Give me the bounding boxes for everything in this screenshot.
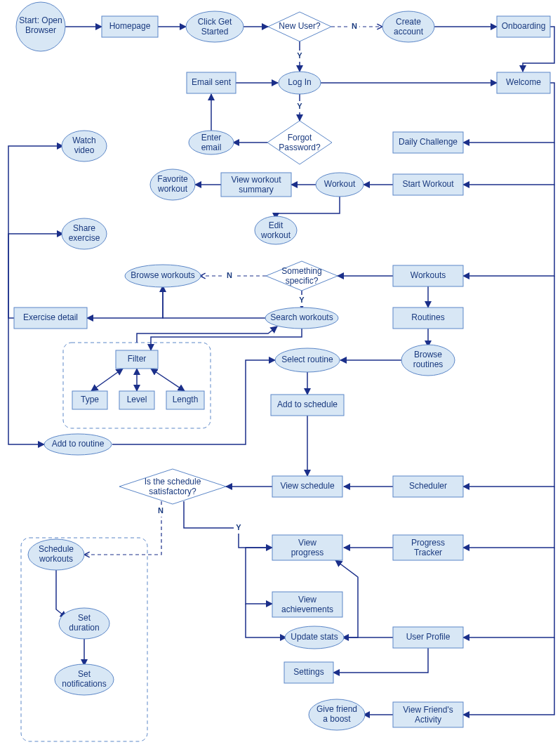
label-y-3: Y — [299, 296, 305, 304]
text-sat-l1: Is the schedule — [145, 477, 201, 487]
text-summary-l2: summary — [239, 185, 273, 194]
text-homepage: Homepage — [109, 21, 151, 31]
edge-filter-search — [137, 326, 277, 343]
label-n-1: N — [352, 22, 357, 30]
label-y-4: Y — [236, 523, 241, 531]
text-user-profile: User Profile — [406, 632, 451, 642]
text-exercise-detail: Exercise detail — [23, 312, 78, 322]
text-email-sent: Email sent — [192, 77, 232, 87]
edge-viewprog-viewach — [246, 548, 272, 604]
text-type: Type — [81, 395, 99, 404]
text-sat-l2: satisfactory? — [149, 487, 196, 496]
edge-schedwk-setdur — [56, 570, 67, 618]
text-viewprog-l2: progress — [291, 548, 324, 557]
text-add-to-routine: Add to routine — [52, 439, 105, 449]
edge-filter-type — [91, 369, 123, 391]
text-viewach-l2: achievements — [281, 604, 333, 614]
text-start-workout: Start Workout — [402, 179, 454, 189]
text-summary-l1: View workout — [231, 175, 281, 185]
edge-welcome-workouts — [463, 185, 554, 276]
text-click-get-started: Click GetStarted — [198, 17, 232, 37]
edge-welcome-startworkout — [463, 143, 554, 185]
text-setdur-l2: duration — [69, 623, 99, 633]
label-n-3: N — [158, 506, 164, 515]
text-friends-l1: View Friend's — [403, 705, 453, 715]
text-browse-routines-l1: Browse — [414, 350, 442, 359]
text-new-user: New User? — [279, 21, 321, 31]
label-y-2: Y — [297, 102, 302, 110]
edge-welcome-friendsactivity — [463, 637, 554, 715]
text-setnotif-l2: notifications — [62, 679, 106, 689]
text-schedwk-l2: workouts — [39, 554, 73, 564]
flowchart-diagram: N Y Y N Y N Y Start: OpenBrowser Homepag… — [0, 0, 560, 747]
text-specific-l1: Something — [281, 266, 321, 276]
label-n-2: N — [227, 271, 232, 279]
edge-sat-scheduleworkouts — [84, 501, 161, 555]
edge-userprofile-settings — [333, 648, 428, 673]
text-watch-l1: Watch — [72, 135, 96, 145]
text-setnotif-l1: Set — [78, 669, 91, 679]
text-browse-workouts: Browse workouts — [131, 270, 194, 280]
text-select-routine: Select routine — [281, 355, 333, 364]
text-create-account: Createaccount — [394, 17, 424, 37]
text-share-l1: Share — [73, 223, 95, 233]
text-share-l2: exercise — [69, 233, 100, 243]
text-log-in: Log In — [288, 77, 311, 87]
text-welcome: Welcome — [506, 77, 541, 87]
text-filter: Filter — [128, 354, 147, 364]
text-specific-l2: specific? — [286, 276, 319, 286]
edge-welcome-progresstracker — [463, 487, 554, 548]
edge-exdetail-addroutine — [8, 318, 44, 444]
text-watch-l2: video — [74, 145, 95, 155]
text-workouts: Workouts — [411, 270, 446, 280]
text-edit-l2: workout — [260, 230, 291, 240]
text-view-schedule: View schedule — [280, 481, 334, 491]
text-onboarding: Onboarding — [502, 21, 546, 31]
edge-welcome-userprofile — [463, 548, 554, 637]
text-daily-challenge: Daily Challenge — [399, 137, 458, 147]
text-schedwk-l1: Schedule — [39, 544, 74, 554]
text-length: Length — [173, 395, 199, 404]
text-add-to-schedule: Add to schedule — [277, 399, 338, 409]
edge-welcome-scheduler — [463, 276, 554, 487]
text-viewach-l1: View — [298, 595, 316, 604]
text-friends-l2: Activity — [415, 715, 441, 725]
text-setdur-l1: Set — [78, 613, 91, 623]
edge-search-filter — [151, 327, 302, 350]
edge-search-browse — [163, 286, 267, 318]
text-viewprog-l1: View — [298, 538, 316, 548]
text-favorite-l2: workout — [157, 184, 188, 194]
edge-sat-viewprogress — [184, 501, 272, 548]
edge-browse-exercisedetail — [87, 286, 163, 318]
text-progtracker-l2: Tracker — [414, 548, 442, 557]
text-settings: Settings — [293, 667, 324, 677]
label-y-1: Y — [297, 51, 302, 60]
text-update-stats: Update stats — [291, 632, 338, 642]
text-scheduler: Scheduler — [409, 481, 447, 491]
text-favorite-l1: Favorite — [157, 174, 188, 184]
text-search-workouts: Search workouts — [270, 312, 333, 322]
edge-exdetail-share — [8, 234, 63, 318]
text-edit-l1: Edit — [269, 220, 284, 230]
text-boost-l1: Give friend — [316, 704, 357, 714]
text-forgot-l1: Forgot — [288, 133, 312, 143]
text-progtracker-l1: Progress — [411, 538, 445, 548]
text-boost-l2: a boost — [323, 714, 351, 724]
text-level: Level — [127, 395, 147, 404]
text-forgot-l2: Password? — [279, 143, 321, 152]
edge-workout-editworkout — [276, 197, 340, 219]
text-workout: Workout — [324, 179, 356, 189]
text-browse-routines-l2: routines — [413, 359, 444, 369]
edge-filter-length — [151, 369, 185, 391]
text-enter-email: Enteremail — [201, 133, 222, 152]
text-start: Start: OpenBrowser — [19, 15, 62, 35]
text-routines: Routines — [411, 312, 444, 322]
edge-exdetail-watch — [8, 146, 63, 318]
